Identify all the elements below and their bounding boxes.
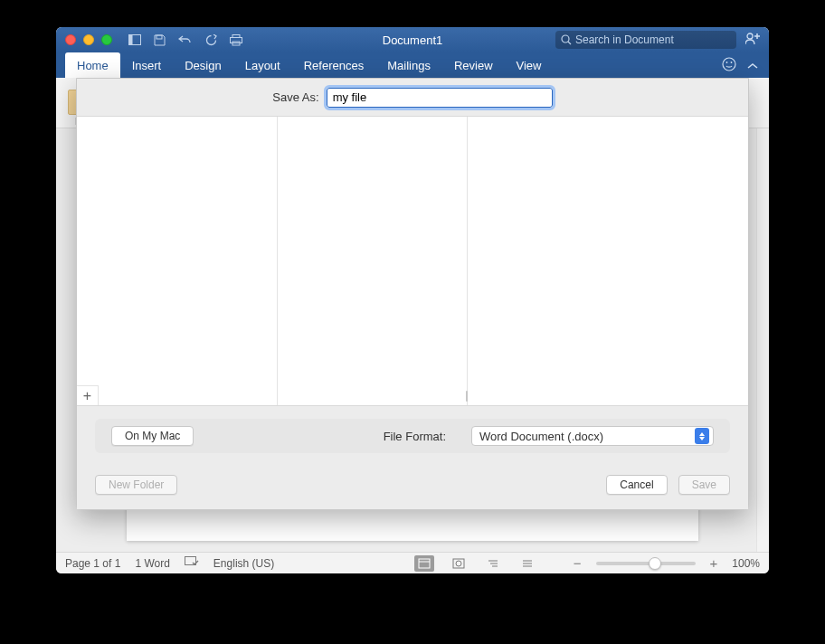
- svg-rect-1: [129, 35, 133, 45]
- tab-review[interactable]: Review: [442, 52, 505, 78]
- redo-icon[interactable]: [205, 34, 217, 46]
- tab-references[interactable]: References: [292, 52, 375, 78]
- web-layout-view-icon[interactable]: [449, 555, 469, 572]
- tab-home[interactable]: Home: [65, 52, 120, 78]
- zoom-out-button[interactable]: −: [574, 555, 582, 571]
- tab-mailings[interactable]: Mailings: [375, 52, 442, 78]
- save-as-label: Save As:: [272, 90, 318, 104]
- plus-icon: +: [83, 388, 91, 404]
- zoom-level[interactable]: 100%: [732, 557, 760, 570]
- svg-point-6: [562, 35, 569, 43]
- browser-column-1[interactable]: +: [77, 117, 278, 405]
- share-icon[interactable]: [745, 32, 760, 48]
- save-as-row: Save As:: [77, 79, 748, 117]
- on-my-mac-button[interactable]: On My Mac: [111, 426, 194, 446]
- tab-layout[interactable]: Layout: [233, 52, 292, 78]
- format-row: On My Mac File Format: Word Document (.d…: [77, 406, 748, 466]
- print-icon[interactable]: [230, 34, 242, 46]
- quick-access-toolbar: [128, 34, 242, 46]
- save-button[interactable]: Save: [678, 475, 730, 495]
- collapse-ribbon-icon[interactable]: [747, 59, 758, 72]
- svg-point-11: [723, 58, 735, 71]
- save-dialog: Save As: + On My Mac File Format: Word D…: [76, 78, 749, 510]
- browser-column-3[interactable]: [468, 117, 748, 405]
- vertical-scrollbar[interactable]: [756, 128, 769, 552]
- svg-point-8: [747, 33, 753, 39]
- svg-rect-4: [231, 37, 242, 43]
- dialog-actions: New Folder Cancel Save: [77, 466, 748, 509]
- titlebar: Document1 Search in Document: [56, 27, 769, 52]
- file-browser-columns: +: [77, 117, 748, 406]
- svg-point-18: [456, 561, 461, 566]
- cancel-button[interactable]: Cancel: [606, 475, 667, 495]
- search-placeholder: Search in Document: [575, 33, 674, 46]
- page-indicator[interactable]: Page 1 of 1: [65, 557, 120, 570]
- spellcheck-icon[interactable]: [185, 556, 199, 571]
- add-location-button[interactable]: +: [77, 385, 99, 405]
- ribbon-tabs: Home Insert Design Layout References Mai…: [56, 52, 769, 78]
- new-folder-button[interactable]: New Folder: [95, 475, 177, 495]
- tab-insert[interactable]: Insert: [120, 52, 174, 78]
- word-count[interactable]: 1 Word: [135, 557, 169, 570]
- undo-icon[interactable]: [178, 34, 193, 45]
- zoom-in-button[interactable]: +: [710, 555, 718, 571]
- file-format-label: File Format:: [384, 430, 446, 443]
- tab-design[interactable]: Design: [173, 52, 232, 78]
- svg-point-12: [726, 62, 728, 63]
- zoom-slider-knob[interactable]: [649, 557, 661, 570]
- select-arrows-icon: [695, 428, 709, 444]
- status-bar: Page 1 of 1 1 Word English (US) − + 100%: [56, 552, 769, 573]
- panel-toggle-icon[interactable]: [128, 34, 141, 45]
- print-layout-view-icon[interactable]: [414, 555, 434, 572]
- minimize-window-button[interactable]: [83, 34, 94, 45]
- emoji-icon[interactable]: [722, 57, 736, 74]
- language-indicator[interactable]: English (US): [213, 557, 274, 570]
- zoom-slider[interactable]: [596, 562, 696, 565]
- filename-input[interactable]: [327, 88, 553, 108]
- outline-view-icon[interactable]: [483, 555, 503, 572]
- word-window: Document1 Search in Document Home Insert…: [56, 27, 769, 573]
- file-format-select[interactable]: Word Document (.docx): [471, 426, 714, 446]
- svg-line-7: [568, 42, 571, 44]
- save-icon[interactable]: [154, 34, 166, 46]
- svg-point-13: [731, 62, 733, 63]
- draft-view-icon[interactable]: [517, 555, 537, 572]
- column-resize-handle[interactable]: [466, 391, 468, 402]
- svg-rect-2: [156, 35, 162, 39]
- file-format-value: Word Document (.docx): [479, 430, 603, 443]
- tab-view[interactable]: View: [505, 52, 554, 78]
- search-input[interactable]: Search in Document: [555, 31, 736, 49]
- svg-rect-15: [419, 559, 430, 568]
- traffic-lights: [56, 34, 112, 45]
- zoom-window-button[interactable]: [101, 34, 112, 45]
- close-window-button[interactable]: [65, 34, 76, 45]
- browser-column-2[interactable]: [278, 117, 468, 405]
